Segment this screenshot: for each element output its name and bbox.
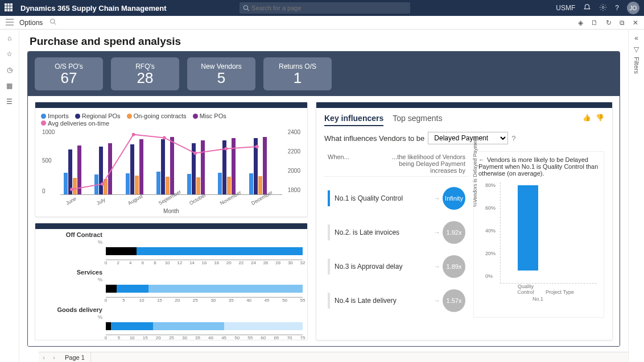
y-tick: 60% xyxy=(485,205,496,211)
ki-question-text: What influences Vendors to be xyxy=(324,134,424,143)
detail-text: Vendors is more likely to be Delayed Pay… xyxy=(478,156,598,177)
search-icon xyxy=(243,5,249,11)
page-title: Purchase and spend analysis xyxy=(19,30,628,51)
key-influencers-card[interactable]: 👍 👎 Key influencers Top segments What in… xyxy=(316,102,613,340)
thumbs-down-icon[interactable]: 👎 xyxy=(596,114,604,122)
report-canvas: O/S PO's 67 RFQ's 28 New Vendors 5 Retur… xyxy=(27,51,620,347)
hamburger-icon[interactable] xyxy=(6,19,14,27)
card-accent xyxy=(316,102,612,108)
svg-point-6 xyxy=(51,19,55,24)
back-arrow-icon[interactable]: ← xyxy=(478,156,485,163)
spend-metrics-card[interactable]: Off Contract%024681012141618202224262830… xyxy=(35,223,308,340)
svg-line-1 xyxy=(247,9,249,11)
svg-point-0 xyxy=(243,6,247,10)
y-tick: 2000 xyxy=(288,168,300,174)
x-axis-title: Month xyxy=(163,208,179,214)
prev-page-icon[interactable]: ‹ xyxy=(39,354,49,361)
global-nav: Dynamics 365 Supply Chain Management USM… xyxy=(0,0,644,16)
legend-item: Misc POs xyxy=(200,113,226,119)
svg-line-7 xyxy=(55,23,56,24)
ki-question: What influences Vendors to be Delayed Pa… xyxy=(324,132,604,144)
main-content: Purchase and spend analysis O/S PO's 67 … xyxy=(19,30,628,362)
global-search[interactable] xyxy=(240,2,410,14)
favorites-icon[interactable]: ☆ xyxy=(6,50,13,58)
popout-icon[interactable]: ⧉ xyxy=(620,19,625,27)
collapse-filters-icon[interactable]: « xyxy=(634,34,638,42)
filters-label[interactable]: Filters xyxy=(633,57,640,74)
detail-bar xyxy=(518,185,538,271)
attach-icon[interactable]: ◈ xyxy=(578,19,583,27)
y-tick: 2400 xyxy=(288,129,300,135)
app-launcher-icon[interactable] xyxy=(5,3,14,13)
filters-funnel-icon[interactable]: ▽ xyxy=(634,45,639,53)
influencer-row[interactable]: No.2. is Late invoices→1.92x xyxy=(324,215,469,249)
x-axis-label: No.1 xyxy=(532,296,543,302)
y-tick: 0% xyxy=(485,273,493,279)
legend-item: Regional POs xyxy=(82,113,121,119)
kpi-card-new-vendors[interactable]: New Vendors 5 xyxy=(187,57,255,90)
nav-rail: ⌂ ☆ ◷ ▦ ☰ xyxy=(0,30,19,362)
office-icon[interactable]: 🗋 xyxy=(591,19,598,27)
home-icon[interactable]: ⌂ xyxy=(7,34,11,42)
x-tick: Project Type xyxy=(546,289,574,295)
close-icon[interactable]: ✕ xyxy=(633,19,638,27)
help-icon[interactable]: ? xyxy=(615,4,619,12)
company-picker[interactable]: USMF xyxy=(556,4,575,12)
y-tick: 20% xyxy=(485,251,496,256)
filters-rail: « ▽ Filters xyxy=(628,30,644,362)
kpi-card-returns[interactable]: Returns O/S 1 xyxy=(263,57,332,90)
find-icon[interactable] xyxy=(49,18,56,27)
y-axis-label: %Vendors is Delayed Payment xyxy=(472,137,478,207)
search-input[interactable] xyxy=(251,5,407,11)
y-tick: 0 xyxy=(42,188,46,194)
combo-chart: 1000 500 0 2400 2200 2000 1800 JuneJulyA… xyxy=(41,129,302,214)
tab-key-influencers[interactable]: Key influencers xyxy=(324,114,383,126)
col-header: ...the likelihood of Vendors being Delay… xyxy=(386,153,465,174)
kpi-value: 28 xyxy=(111,70,179,85)
influencer-row[interactable]: No.3 is Approval delay→1.89x xyxy=(324,249,469,284)
kpi-card-rfqs[interactable]: RFQ's 28 xyxy=(111,57,179,90)
y-tick: 40% xyxy=(485,228,496,234)
kpi-value: 5 xyxy=(187,70,255,85)
page-tab[interactable]: Page 1 xyxy=(59,352,91,362)
refresh-icon[interactable]: ↻ xyxy=(606,19,612,27)
x-tick: Quality Control xyxy=(511,284,540,295)
kpi-card-os-pos[interactable]: O/S PO's 67 xyxy=(35,57,103,90)
user-avatar[interactable]: JO xyxy=(627,2,639,14)
ki-help-icon[interactable]: ? xyxy=(511,134,515,143)
influencer-row[interactable]: No.1 is Quality Control→Infinity xyxy=(324,181,469,215)
card-accent xyxy=(35,102,307,108)
legend-item: On-going contracts xyxy=(134,113,187,119)
chart-legend: Imports Regional POs On-going contracts … xyxy=(41,113,302,127)
options-menu[interactable]: Options xyxy=(19,19,43,27)
y-tick: 500 xyxy=(42,157,52,164)
monthly-po-chart-card[interactable]: Imports Regional POs On-going contracts … xyxy=(35,102,308,217)
ki-tabs: Key influencers Top segments xyxy=(324,114,583,126)
notifications-icon[interactable] xyxy=(583,3,591,13)
workspaces-icon[interactable]: ▦ xyxy=(6,82,13,90)
modules-icon[interactable]: ☰ xyxy=(6,98,13,106)
y-tick: 2200 xyxy=(288,148,300,155)
recent-icon[interactable]: ◷ xyxy=(7,66,13,74)
svg-point-2 xyxy=(602,6,605,9)
next-page-icon[interactable]: › xyxy=(49,354,59,361)
kpi-value: 67 xyxy=(35,70,103,85)
influencers-list: When... ...the likelihood of Vendors bei… xyxy=(324,151,469,318)
thumbs-up-icon[interactable]: 👍 xyxy=(583,114,591,122)
ki-target-dropdown[interactable]: Delayed Payment xyxy=(428,132,508,144)
legend-item: Avg deliveries on-time xyxy=(48,120,109,127)
detail-bar-chart: %Vendors is Delayed Payment 80% 60% 40% … xyxy=(478,182,599,296)
col-header: When... xyxy=(328,153,349,174)
settings-icon[interactable] xyxy=(599,3,607,13)
y-tick: 80% xyxy=(485,182,496,188)
app-title: Dynamics 365 Supply Chain Management xyxy=(20,4,166,13)
card-accent xyxy=(35,223,307,229)
report-page-tabs: ‹ › Page 1 xyxy=(39,352,628,362)
legend-item: Imports xyxy=(48,113,69,119)
tab-top-segments[interactable]: Top segments xyxy=(393,114,442,126)
y-tick: 1000 xyxy=(42,129,55,135)
kpi-row: O/S PO's 67 RFQ's 28 New Vendors 5 Retur… xyxy=(28,52,620,96)
kpi-value: 1 xyxy=(263,70,332,85)
influencer-row[interactable]: No.4 is Late delivery→1.57x xyxy=(324,284,469,318)
influencer-detail: ←Vendors is more likely to be Delayed Pa… xyxy=(473,151,604,318)
